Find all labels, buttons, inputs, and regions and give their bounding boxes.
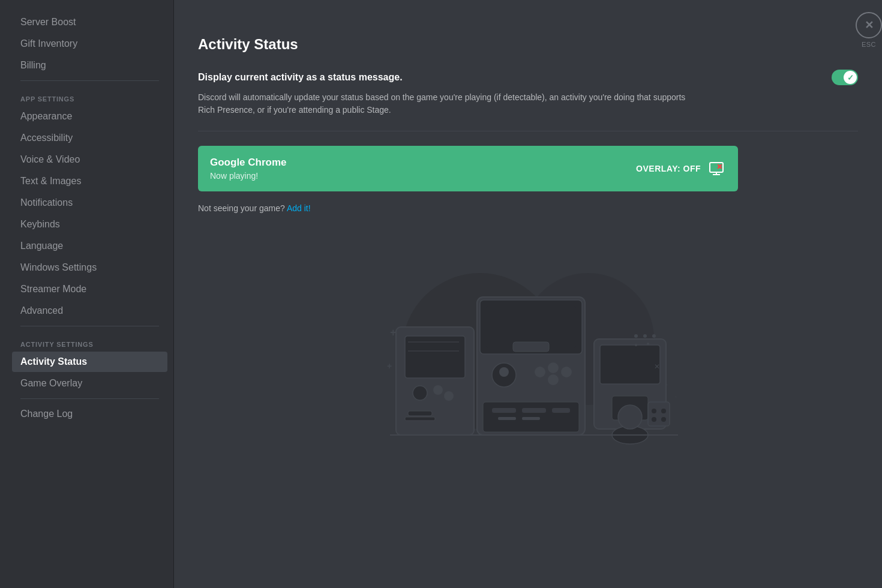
sidebar-item-billing[interactable]: Billing <box>12 55 167 76</box>
svg-point-14 <box>444 391 454 401</box>
svg-point-13 <box>433 385 443 395</box>
svg-rect-15 <box>408 411 432 416</box>
sidebar-item-text-images[interactable]: Text & Images <box>12 171 167 191</box>
svg-point-47 <box>652 334 656 338</box>
svg-point-49 <box>647 343 649 345</box>
svg-rect-16 <box>405 417 435 421</box>
svg-rect-34 <box>522 417 540 420</box>
game-card-sub: Now playing! <box>210 171 287 181</box>
svg-rect-33 <box>498 417 516 420</box>
main-content: ✕ ESC Activity Status Display current ac… <box>174 0 882 588</box>
sidebar-item-advanced[interactable]: Advanced <box>12 301 167 321</box>
setting-description: Discord will automatically update your s… <box>198 91 690 116</box>
close-area: ✕ ESC <box>856 12 882 48</box>
svg-rect-32 <box>552 408 570 413</box>
sidebar-item-streamer-mode[interactable]: Streamer Mode <box>12 279 167 299</box>
svg-rect-36 <box>600 345 660 384</box>
section-divider <box>198 131 858 131</box>
not-seeing-text: Not seeing your game? Add it! <box>198 203 858 213</box>
sidebar-item-server-boost[interactable]: Server Boost <box>12 12 167 32</box>
sidebar-item-language[interactable]: Language <box>12 236 167 256</box>
sidebar-divider-2 <box>20 326 159 326</box>
svg-point-42 <box>661 417 666 422</box>
sidebar-item-gift-inventory[interactable]: Gift Inventory <box>12 34 167 54</box>
sidebar: Server Boost Gift Inventory Billing APP … <box>0 0 174 588</box>
sidebar-item-windows-settings[interactable]: Windows Settings <box>12 257 167 278</box>
toggle-knob: ✓ <box>844 71 857 84</box>
svg-point-44 <box>618 405 642 429</box>
svg-point-28 <box>561 367 572 377</box>
activity-status-toggle[interactable]: ✓ <box>832 70 858 85</box>
svg-text:·: · <box>675 394 677 400</box>
activity-settings-label: ACTIVITY SETTINGS <box>12 331 167 352</box>
game-card: Google Chrome Now playing! OVERLAY: OFF <box>198 146 738 191</box>
sidebar-divider-1 <box>20 80 159 81</box>
svg-point-26 <box>548 362 559 373</box>
sidebar-item-voice-video[interactable]: Voice & Video <box>12 149 167 170</box>
svg-rect-31 <box>522 408 546 413</box>
svg-rect-38 <box>648 402 670 426</box>
page-title: Activity Status <box>198 36 858 53</box>
svg-point-39 <box>652 409 656 413</box>
toggle-row: Display current activity as a status mes… <box>198 70 858 85</box>
svg-text:✕: ✕ <box>654 362 660 371</box>
toggle-label: Display current activity as a status mes… <box>198 72 403 83</box>
esc-label: ESC <box>862 41 876 48</box>
sidebar-item-game-overlay[interactable]: Game Overlay <box>12 373 167 394</box>
svg-point-40 <box>652 417 656 422</box>
svg-point-25 <box>535 367 545 377</box>
svg-point-24 <box>499 367 509 377</box>
close-button[interactable]: ✕ <box>856 12 882 38</box>
sidebar-item-notifications[interactable]: Notifications <box>12 193 167 213</box>
svg-rect-22 <box>513 342 549 352</box>
overlay-label: OVERLAY: OFF <box>636 164 701 173</box>
sidebar-item-appearance[interactable]: Appearance <box>12 106 167 127</box>
svg-point-12 <box>413 386 427 400</box>
svg-text:+: + <box>387 361 392 371</box>
svg-point-48 <box>635 344 637 346</box>
svg-point-41 <box>661 409 666 413</box>
app-settings-label: APP SETTINGS <box>12 86 167 106</box>
svg-point-27 <box>548 374 559 385</box>
game-card-info: Google Chrome Now playing! <box>210 157 287 181</box>
svg-rect-30 <box>492 408 516 413</box>
toggle-check-icon: ✓ <box>847 73 854 82</box>
sidebar-item-change-log[interactable]: Change Log <box>12 404 167 424</box>
svg-point-46 <box>643 334 647 338</box>
game-card-overlay[interactable]: OVERLAY: OFF <box>636 159 726 178</box>
sidebar-item-activity-status[interactable]: Activity Status <box>12 352 167 372</box>
game-card-name: Google Chrome <box>210 157 287 169</box>
add-it-link[interactable]: Add it! <box>287 203 311 213</box>
svg-point-45 <box>634 334 638 338</box>
svg-text:+: + <box>390 326 397 338</box>
overlay-icon <box>707 159 726 178</box>
svg-text:·: · <box>666 382 668 388</box>
illustration: + + <box>360 231 696 447</box>
sidebar-item-accessibility[interactable]: Accessibility <box>12 128 167 148</box>
sidebar-divider-3 <box>20 398 159 399</box>
sidebar-item-keybinds[interactable]: Keybinds <box>12 214 167 235</box>
